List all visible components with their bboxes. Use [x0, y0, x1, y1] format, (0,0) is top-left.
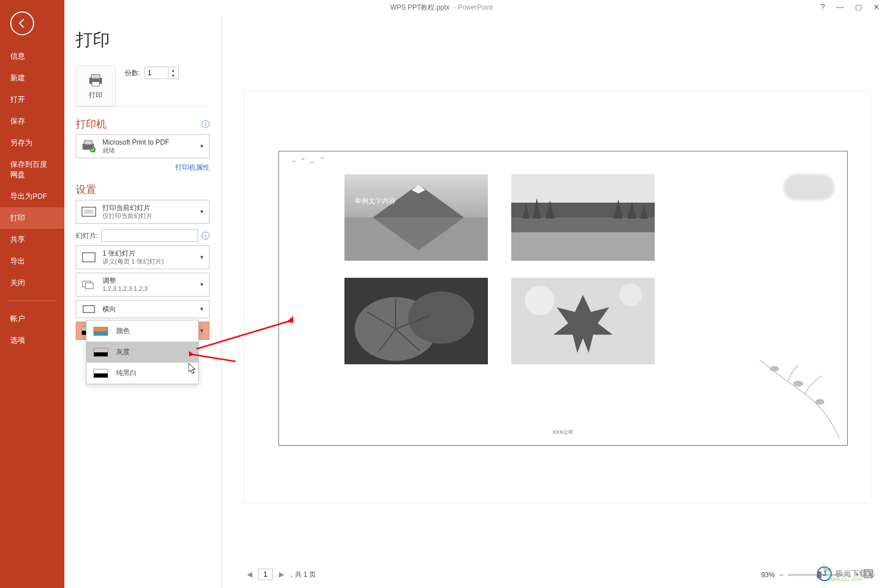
- chevron-down-icon: ▼: [199, 254, 204, 260]
- collate-icon: [81, 278, 97, 291]
- collate-dropdown[interactable]: 调整 1,2,3 1,2,3 1,2,3 ▼: [76, 273, 210, 297]
- sidebar-item-close[interactable]: 关闭: [0, 272, 64, 294]
- bw-swatch-icon: [93, 369, 108, 378]
- photo-leaves: [344, 278, 488, 364]
- spinner-up-icon[interactable]: ▲: [169, 68, 177, 73]
- svg-point-40: [815, 399, 824, 405]
- svg-point-38: [770, 366, 779, 372]
- slide-range-icon: [81, 205, 97, 219]
- svg-point-7: [99, 79, 101, 80]
- document-title: WPS PPT教程.pptx: [390, 3, 449, 13]
- color-mode-dropdown-list: 颜色 灰度 纯黑白: [86, 320, 199, 384]
- photo-mountain: [344, 174, 488, 261]
- svg-rect-6: [92, 81, 100, 85]
- sidebar-item-print[interactable]: 打印: [0, 207, 64, 229]
- color-option-color[interactable]: 颜色: [87, 320, 198, 342]
- printer-properties-link[interactable]: 打印机属性: [175, 163, 210, 171]
- print-settings-pane: 打印 打印 份数: ▲▼ 打印机 i: [64, 0, 221, 588]
- close-button[interactable]: ✕: [873, 3, 880, 11]
- sidebar-item-share[interactable]: 共享: [0, 229, 64, 250]
- info-icon[interactable]: i: [202, 120, 210, 128]
- next-page-button[interactable]: ▶: [276, 569, 286, 580]
- print-preview-pane: 举例文字内容 XXX公司 ◀ ▶ , 共 1 页 93%: [221, 0, 883, 588]
- decorative-birds: [289, 155, 335, 172]
- watermark: J 极光下载站 www.xz7.com: [817, 566, 875, 581]
- sidebar-item-saveas[interactable]: 另存为: [0, 132, 64, 154]
- photo-maple: [511, 278, 655, 364]
- chevron-down-icon: ▼: [199, 306, 204, 312]
- slide-caption: 举例文字内容: [355, 196, 396, 206]
- svg-rect-25: [511, 217, 655, 232]
- sidebar-item-save-baidu[interactable]: 保存到百度网盘: [0, 154, 64, 186]
- window-controls: ? — ▢ ✕: [820, 2, 880, 11]
- photo-forest: [511, 174, 655, 261]
- printer-name: Microsoft Print to PDF: [102, 138, 199, 147]
- svg-rect-13: [83, 253, 95, 262]
- decorative-branch-corner: [742, 348, 845, 442]
- backstage-sidebar: 信息 新建 打开 保存 另存为 保存到百度网盘 导出为PDF 打印 共享 导出 …: [0, 0, 64, 588]
- printer-section-title: 打印机: [76, 117, 106, 131]
- settings-section-title: 设置: [76, 183, 96, 196]
- chevron-down-icon: ▼: [199, 143, 204, 149]
- color-swatch-icon: [93, 327, 108, 336]
- grayscale-swatch-icon: [93, 348, 108, 357]
- svg-rect-15: [85, 283, 93, 289]
- svg-rect-12: [84, 209, 93, 214]
- sidebar-item-save[interactable]: 保存: [0, 110, 64, 132]
- color-option-bw[interactable]: 纯黑白: [87, 363, 198, 384]
- sidebar-item-options[interactable]: 选项: [0, 330, 64, 351]
- sidebar-item-open[interactable]: 打开: [0, 89, 64, 110]
- svg-rect-5: [92, 74, 100, 78]
- prev-page-button[interactable]: ◀: [244, 569, 254, 580]
- copies-input[interactable]: [145, 67, 168, 79]
- preview-canvas: 举例文字内容 XXX公司: [244, 91, 870, 503]
- print-button-label: 打印: [89, 91, 102, 100]
- printer-status-icon: [81, 139, 97, 153]
- app-name: - PowerPoint: [451, 3, 492, 11]
- orientation-dropdown[interactable]: 横向 ▼: [76, 300, 210, 318]
- copies-spinner[interactable]: ▲▼: [145, 67, 179, 79]
- page-number-input[interactable]: [258, 569, 273, 580]
- sidebar-item-export-pdf[interactable]: 导出为PDF: [0, 186, 64, 207]
- help-icon[interactable]: ?: [820, 2, 825, 11]
- slides-range-row: 幻灯片: i: [76, 229, 210, 242]
- decorative-cloud: [783, 174, 835, 200]
- copies-label: 份数:: [125, 68, 140, 78]
- info-icon[interactable]: i: [202, 232, 210, 240]
- sidebar-item-account[interactable]: 帐户: [0, 308, 64, 330]
- minimize-button[interactable]: —: [836, 3, 844, 11]
- printer-dropdown[interactable]: Microsoft Print to PDF 就绪 ▼: [76, 134, 210, 158]
- slide-preview: 举例文字内容 XXX公司: [278, 151, 848, 446]
- spinner-down-icon[interactable]: ▼: [169, 73, 177, 78]
- svg-point-34: [408, 291, 474, 344]
- chevron-down-icon: ▼: [199, 282, 204, 287]
- svg-point-37: [619, 283, 642, 306]
- sidebar-item-new[interactable]: 新建: [0, 67, 64, 89]
- print-what-dropdown[interactable]: 打印当前幻灯片 仅打印当前幻灯片 ▼: [76, 200, 210, 224]
- printer-status: 就绪: [102, 147, 199, 155]
- svg-point-39: [793, 381, 803, 386]
- back-button[interactable]: [10, 11, 34, 35]
- print-button[interactable]: 打印: [76, 65, 116, 106]
- svg-rect-16: [83, 306, 95, 312]
- orientation-icon: [81, 302, 97, 316]
- svg-point-36: [525, 286, 555, 315]
- printer-icon: [87, 72, 104, 87]
- watermark-url: www.xz7.com: [828, 576, 863, 582]
- slides-range-input[interactable]: [101, 229, 198, 242]
- layout-icon: [81, 250, 97, 264]
- zoom-out-button[interactable]: −: [779, 571, 783, 579]
- layout-dropdown[interactable]: 1 张幻灯片 讲义(每页 1 张幻灯片) ▼: [76, 245, 210, 269]
- chevron-down-icon: ▼: [199, 209, 204, 215]
- page-total: , 共 1 页: [291, 570, 316, 579]
- title-bar: WPS PPT教程.pptx - PowerPoint ? — ▢ ✕: [0, 0, 883, 15]
- maximize-button[interactable]: ▢: [855, 3, 862, 11]
- page-title: 打印: [76, 28, 210, 52]
- sidebar-item-info[interactable]: 信息: [0, 46, 64, 67]
- chevron-down-icon: ▼: [199, 328, 204, 334]
- slides-label: 幻灯片:: [76, 231, 98, 241]
- color-option-grayscale[interactable]: 灰度: [87, 342, 198, 363]
- svg-rect-9: [84, 141, 92, 145]
- zoom-percent: 93%: [761, 571, 775, 579]
- sidebar-item-export[interactable]: 导出: [0, 250, 64, 272]
